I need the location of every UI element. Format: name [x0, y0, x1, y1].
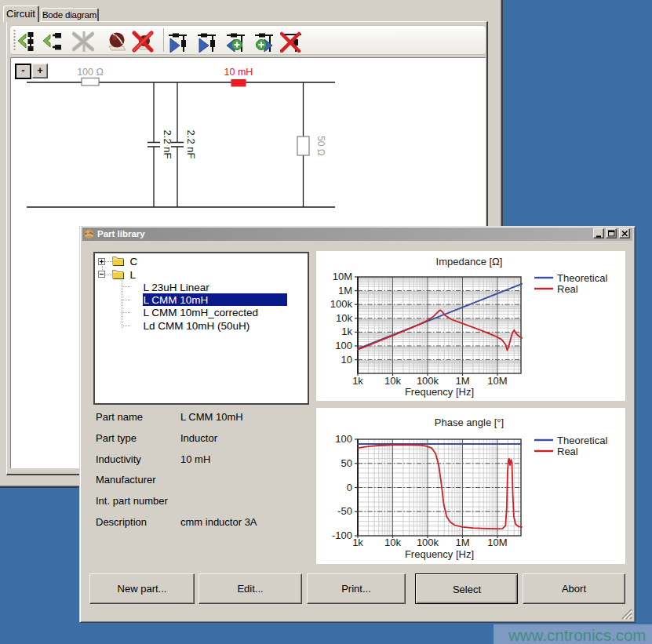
- svg-text:1M: 1M: [455, 537, 469, 548]
- svg-text:100k: 100k: [417, 375, 439, 387]
- svg-text:10k: 10k: [384, 375, 401, 387]
- svg-text:100k: 100k: [330, 298, 353, 310]
- svg-text:2.2 nF: 2.2 nF: [185, 129, 197, 158]
- svg-text:1M: 1M: [455, 375, 469, 387]
- svg-text:100 Ω: 100 Ω: [77, 67, 104, 78]
- svg-text:0: 0: [347, 482, 352, 493]
- svg-text:-50: -50: [337, 505, 352, 517]
- svg-text:10M: 10M: [487, 537, 507, 548]
- svg-text:10: 10: [341, 354, 352, 366]
- svg-text:10M: 10M: [333, 271, 352, 282]
- svg-text:1k: 1k: [341, 326, 352, 337]
- svg-text:100: 100: [335, 340, 352, 351]
- svg-text:10 mH: 10 mH: [224, 67, 253, 78]
- svg-text:10k: 10k: [384, 537, 401, 548]
- svg-text:Phase angle [°]: Phase angle [°]: [435, 417, 504, 428]
- svg-text:Impedance [Ω]: Impedance [Ω]: [436, 256, 503, 267]
- svg-text:50: 50: [341, 457, 352, 469]
- svg-text:10k: 10k: [336, 312, 352, 324]
- svg-text:1M: 1M: [338, 285, 352, 297]
- svg-text:50 Ω: 50 Ω: [315, 136, 326, 156]
- svg-text:Real: Real: [557, 283, 578, 295]
- svg-text:100k: 100k: [417, 537, 439, 548]
- svg-text:1k: 1k: [352, 375, 363, 387]
- svg-text:1k: 1k: [352, 537, 363, 548]
- svg-text:2.2 nF: 2.2 nF: [162, 129, 173, 158]
- svg-text:Theoretical: Theoretical: [557, 435, 607, 446]
- svg-text:10M: 10M: [487, 375, 507, 387]
- svg-text:Theoretical: Theoretical: [557, 272, 607, 284]
- svg-text:Frequency [Hz]: Frequency [Hz]: [405, 548, 474, 560]
- svg-text:Frequency [Hz]: Frequency [Hz]: [405, 386, 474, 398]
- svg-text:Real: Real: [557, 446, 578, 457]
- svg-text:-100: -100: [332, 529, 352, 541]
- svg-text:100: 100: [335, 433, 352, 445]
